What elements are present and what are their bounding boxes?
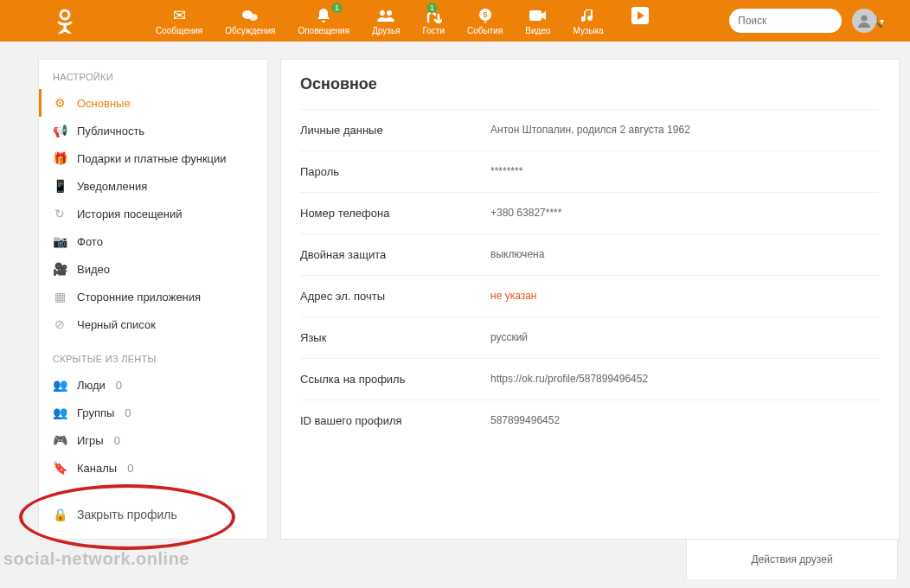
nav-notifications[interactable]: 1 Оповещения bbox=[298, 7, 349, 35]
caret-down-icon[interactable]: ▾ bbox=[880, 16, 884, 26]
sidebar-item-gifts[interactable]: 🎁Подарки и платные функции bbox=[39, 144, 267, 172]
row-value: не указан bbox=[490, 290, 537, 303]
video-icon bbox=[529, 7, 547, 24]
sidebar-hidden-title: СКРЫТЫЕ ИЗ ЛЕНТЫ bbox=[39, 338, 267, 371]
sidebar-item-label: Каналы bbox=[77, 462, 117, 475]
hidden-list: 👥Люди 0 👥Группы 0 🎮Игры 0 🔖Каналы 0 bbox=[39, 371, 267, 482]
row-label: Адрес эл. почты bbox=[300, 290, 490, 303]
card-label: Действия друзей bbox=[751, 553, 832, 566]
row-value: https://ok.ru/profile/587899496452 bbox=[490, 373, 648, 386]
search-box[interactable]: 🔍 bbox=[729, 9, 842, 33]
settings-table: Личные данныеАнтон Штопалин, родился 2 а… bbox=[300, 109, 880, 441]
main-panel: Основное Личные данныеАнтон Штопалин, ро… bbox=[280, 59, 900, 540]
row-email[interactable]: Адрес эл. почтыне указан bbox=[300, 275, 880, 316]
nav-music[interactable]: Музыка bbox=[574, 7, 604, 35]
history-icon: ↻ bbox=[53, 207, 67, 220]
row-profile-link[interactable]: Ссылка на профильhttps://ok.ru/profile/5… bbox=[300, 358, 880, 399]
megaphone-icon: 📢 bbox=[53, 124, 67, 137]
svg-point-0 bbox=[61, 10, 69, 19]
nav-label: Обсуждения bbox=[225, 26, 275, 35]
row-value: ******** bbox=[490, 165, 522, 178]
badge: 1 bbox=[426, 3, 438, 13]
camera-icon: 📷 bbox=[53, 234, 67, 248]
nav-events[interactable]: 5 События bbox=[467, 7, 503, 35]
chat-icon bbox=[241, 7, 259, 24]
nav-label: Друзья bbox=[372, 26, 400, 35]
row-value: русский bbox=[490, 331, 528, 344]
row-value: +380 63827**** bbox=[490, 207, 561, 220]
nav-discussions[interactable]: Обсуждения bbox=[225, 7, 275, 35]
sidebar-item-main[interactable]: ⚙Основные bbox=[39, 89, 267, 117]
ok-logo[interactable] bbox=[52, 8, 78, 34]
events-icon: 5 bbox=[477, 7, 493, 24]
row-value: 587899496452 bbox=[490, 414, 560, 427]
sidebar-item-label: Черный список bbox=[77, 318, 156, 331]
row-personal[interactable]: Личные данныеАнтон Штопалин, родился 2 а… bbox=[300, 109, 880, 150]
videocam-icon: 🎥 bbox=[53, 262, 67, 276]
sidebar-item-groups[interactable]: 👥Группы 0 bbox=[39, 399, 267, 426]
nav-label: Видео bbox=[525, 26, 550, 35]
count: 0 bbox=[114, 434, 120, 447]
row-profile-id[interactable]: ID вашего профиля587899496452 bbox=[300, 399, 880, 441]
apps-icon: ▦ bbox=[53, 290, 67, 304]
sidebar-item-label: Фото bbox=[77, 235, 103, 248]
page-title: Основное bbox=[300, 75, 880, 93]
svg-point-4 bbox=[387, 10, 392, 16]
nav-label: Гости bbox=[423, 26, 445, 35]
gear-icon: ⚙ bbox=[53, 96, 67, 110]
friends-icon bbox=[376, 7, 395, 24]
avatar[interactable] bbox=[852, 9, 876, 33]
count: 0 bbox=[127, 462, 133, 475]
header-nav: ✉ Сообщения Обсуждения 1 Оповещения Друз… bbox=[156, 7, 716, 35]
sidebar-item-label: Игры bbox=[77, 434, 104, 447]
nav-friends[interactable]: Друзья bbox=[372, 7, 400, 35]
row-label: ID вашего профиля bbox=[300, 414, 490, 427]
sidebar-item-label: Люди bbox=[77, 379, 106, 392]
people-icon: 👥 bbox=[53, 378, 67, 392]
play-button[interactable] bbox=[631, 7, 649, 24]
sidebar-item-notify[interactable]: 📱Уведомления bbox=[39, 172, 267, 200]
sidebar-item-people[interactable]: 👥Люди 0 bbox=[39, 371, 267, 399]
badge: 1 bbox=[331, 3, 343, 13]
content-container: НАСТРОЙКИ ⚙Основные 📢Публичность 🎁Подарк… bbox=[0, 42, 910, 540]
envelope-icon: ✉ bbox=[173, 7, 186, 24]
svg-text:5: 5 bbox=[483, 10, 487, 19]
friends-actions-card[interactable]: Действия друзей bbox=[686, 539, 898, 579]
row-2fa[interactable]: Двойная защитавыключена bbox=[300, 233, 880, 275]
row-language[interactable]: Языкрусский bbox=[300, 316, 880, 358]
watermark: social-network.online bbox=[3, 549, 189, 569]
row-phone[interactable]: Номер телефона+380 63827**** bbox=[300, 192, 880, 233]
close-profile-button[interactable]: 🔒 Закрыть профиль bbox=[39, 490, 267, 539]
row-value: выключена bbox=[490, 248, 544, 261]
sidebar-item-photo[interactable]: 📷Фото bbox=[39, 227, 267, 255]
svg-point-8 bbox=[862, 16, 868, 22]
nav-guests[interactable]: 1 Гости bbox=[423, 7, 445, 35]
groups-icon: 👥 bbox=[53, 406, 67, 419]
header-bar: ✉ Сообщения Обсуждения 1 Оповещения Друз… bbox=[0, 0, 910, 42]
row-label: Пароль bbox=[300, 165, 490, 178]
sidebar-item-apps[interactable]: ▦Сторонние приложения bbox=[39, 283, 267, 310]
settings-list: ⚙Основные 📢Публичность 🎁Подарки и платны… bbox=[39, 89, 267, 338]
search-input[interactable] bbox=[738, 15, 868, 27]
row-value: Антон Штопалин, родился 2 августа 1962 bbox=[490, 124, 690, 137]
sidebar-item-label: Подарки и платные функции bbox=[77, 152, 227, 165]
sidebar-item-channels[interactable]: 🔖Каналы 0 bbox=[39, 454, 267, 482]
nav-video[interactable]: Видео bbox=[525, 7, 550, 35]
row-label: Язык bbox=[300, 331, 490, 344]
lock-icon: 🔒 bbox=[53, 508, 67, 521]
svg-point-2 bbox=[249, 14, 258, 21]
nav-label: События bbox=[467, 26, 503, 35]
smartphone-icon: 📱 bbox=[53, 179, 67, 193]
row-label: Личные данные bbox=[300, 124, 490, 137]
nav-messages[interactable]: ✉ Сообщения bbox=[156, 7, 202, 35]
sidebar-item-blacklist[interactable]: ⊘Черный список bbox=[39, 310, 267, 338]
sidebar-item-label: Сторонние приложения bbox=[77, 291, 201, 304]
sidebar-item-label: Публичность bbox=[77, 125, 144, 137]
sidebar-item-games[interactable]: 🎮Игры 0 bbox=[39, 426, 267, 454]
sidebar-item-history[interactable]: ↻История посещений bbox=[39, 200, 267, 227]
gamepad-icon: 🎮 bbox=[53, 433, 67, 447]
sidebar-item-publicity[interactable]: 📢Публичность bbox=[39, 117, 267, 144]
row-password[interactable]: Пароль******** bbox=[300, 150, 880, 192]
sidebar-item-video[interactable]: 🎥Видео bbox=[39, 255, 267, 283]
sidebar-item-label: Основные bbox=[77, 97, 131, 110]
